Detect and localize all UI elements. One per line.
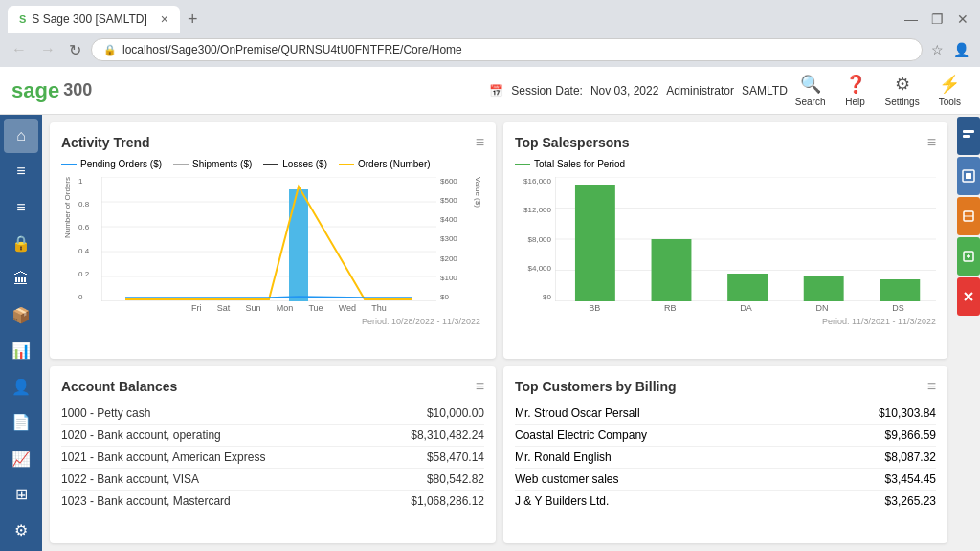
balance-amount-1000: $10,000.00 bbox=[427, 407, 484, 420]
balance-item-1000: 1000 - Petty cash $10,000.00 bbox=[61, 403, 484, 425]
left-sidebar: ⌂ ≡ ≡ 🔒 🏛 📦 📊 👤 📄 📈 ⊞ ⚙ bbox=[0, 115, 42, 551]
sidebar-item-charts[interactable]: 📈 bbox=[4, 442, 38, 476]
legend-orders-color bbox=[339, 164, 354, 165]
lock-icon: 🔒 bbox=[103, 44, 117, 56]
sidebar-item-docs[interactable]: 📄 bbox=[4, 406, 38, 440]
right-sidebar-icon-4 bbox=[962, 250, 975, 263]
active-tab[interactable]: S S Sage 300 [SAMLTD] × bbox=[8, 6, 180, 33]
right-sidebar-button-1[interactable] bbox=[957, 117, 980, 155]
legend-pending-orders-label: Pending Orders ($) bbox=[80, 159, 162, 169]
balance-amount-1022: $80,542.82 bbox=[427, 473, 484, 486]
balance-amount-1020: $8,310,482.24 bbox=[411, 429, 484, 442]
legend-total-sales: Total Sales for Period bbox=[515, 159, 625, 169]
search-nav-label: Search bbox=[795, 97, 826, 107]
sidebar-item-bank[interactable]: 🏛 bbox=[4, 262, 38, 297]
sidebar-item-orders[interactable]: ≡ bbox=[4, 155, 38, 189]
forward-button[interactable]: → bbox=[36, 39, 59, 60]
legend-losses-color bbox=[263, 164, 278, 165]
svg-rect-14 bbox=[963, 135, 970, 138]
profile-icon[interactable]: 👤 bbox=[950, 42, 972, 57]
y-left-axis-title: Number of Orders bbox=[64, 177, 72, 238]
new-tab-button[interactable]: + bbox=[180, 10, 206, 30]
minimize-button[interactable]: — bbox=[901, 11, 922, 27]
sidebar-item-lock[interactable]: 🔒 bbox=[4, 227, 38, 261]
top-salespersons-widget: Top Salespersons ≡ Total Sales for Perio… bbox=[503, 122, 947, 359]
back-button[interactable]: ← bbox=[8, 39, 31, 60]
right-sidebar-icon-1 bbox=[962, 129, 975, 143]
sidebar-item-home[interactable]: ⌂ bbox=[4, 119, 38, 153]
top-customers-title: Top Customers by Billing bbox=[515, 379, 677, 394]
right-sidebar-button-5[interactable] bbox=[957, 277, 980, 316]
balance-name-1023: 1023 - Bank account, Mastercard bbox=[61, 495, 231, 508]
legend-total-sales-label: Total Sales for Period bbox=[534, 159, 625, 169]
window-controls: — ❐ ✕ bbox=[901, 11, 972, 27]
top-customers-menu-button[interactable]: ≡ bbox=[927, 378, 936, 395]
tab-close-button[interactable]: × bbox=[161, 11, 168, 27]
right-sidebar-icon-5 bbox=[962, 290, 975, 303]
customer-item-5: J & Y Builders Ltd. $3,265.23 bbox=[515, 491, 936, 512]
url-input[interactable]: 🔒 localhost/Sage300/OnPremise/QURNSU4tU0… bbox=[91, 38, 923, 61]
session-label: Session Date: bbox=[511, 84, 583, 98]
legend-shipments-color bbox=[173, 164, 189, 165]
account-balances-title: Account Balances bbox=[61, 379, 177, 394]
browser-chrome: S S Sage 300 [SAMLTD] × + — ❐ ✕ ← → ↻ 🔒 … bbox=[0, 0, 980, 67]
account-balances-header: Account Balances ≡ bbox=[61, 378, 484, 395]
balance-amount-1023: $1,068,286.12 bbox=[411, 495, 484, 508]
sage-300-text: 300 bbox=[63, 80, 92, 100]
activity-chart-container: Number of Orders 1 0.8 0.6 0.4 0.2 0 bbox=[61, 177, 484, 301]
sidebar-item-invoices[interactable]: ≡ bbox=[4, 190, 38, 225]
legend-orders-label: Orders (Number) bbox=[358, 159, 431, 169]
maximize-button[interactable]: ❐ bbox=[927, 11, 947, 27]
main-content: Activity Trend ≡ Pending Orders ($) Ship… bbox=[42, 115, 955, 551]
sidebar-item-settings[interactable]: ⚙ bbox=[4, 514, 38, 548]
reload-button[interactable]: ↻ bbox=[65, 39, 85, 61]
sage-logo: sage 300 bbox=[11, 78, 92, 103]
help-nav-button[interactable]: ❓ Help bbox=[837, 70, 874, 111]
bar-rb bbox=[652, 239, 692, 301]
balance-item-1020: 1020 - Bank account, operating $8,310,48… bbox=[61, 425, 484, 447]
legend-pending-orders-color bbox=[61, 164, 77, 165]
top-customers-widget: Top Customers by Billing ≡ Mr. Stroud Os… bbox=[503, 366, 947, 544]
tab-bar: S S Sage 300 [SAMLTD] × + — ❐ ✕ bbox=[0, 0, 980, 33]
top-salespersons-chart-svg bbox=[555, 177, 936, 301]
right-sidebar-button-4[interactable] bbox=[957, 237, 980, 276]
search-nav-button[interactable]: 🔍 Search bbox=[788, 70, 834, 111]
account-balances-widget: Account Balances ≡ 1000 - Petty cash $10… bbox=[50, 366, 496, 544]
bookmark-icon[interactable]: ☆ bbox=[928, 42, 947, 57]
close-window-button[interactable]: ✕ bbox=[953, 11, 972, 27]
top-customers-header: Top Customers by Billing ≡ bbox=[515, 378, 936, 395]
sidebar-item-grid[interactable]: ⊞ bbox=[4, 477, 38, 512]
customer-amount-2: $9,866.59 bbox=[885, 429, 936, 442]
tab-favicon: S bbox=[19, 13, 26, 25]
tools-nav-button[interactable]: ⚡ Tools bbox=[931, 70, 969, 111]
legend-orders-number: Orders (Number) bbox=[339, 159, 431, 169]
activity-trend-menu-button[interactable]: ≡ bbox=[476, 134, 484, 151]
main-layout: ⌂ ≡ ≡ 🔒 🏛 📦 📊 👤 📄 📈 ⊞ ⚙ Activity Trend ≡ bbox=[0, 115, 980, 551]
activity-trend-chart-svg bbox=[101, 177, 436, 301]
customer-name-2: Coastal Electric Company bbox=[515, 429, 647, 442]
account-balances-menu-button[interactable]: ≡ bbox=[476, 378, 484, 395]
customer-item-4: Web customer sales $3,454.45 bbox=[515, 469, 936, 491]
customer-item-1: Mr. Stroud Oscar Persall $10,303.84 bbox=[515, 403, 936, 425]
balance-name-1022: 1022 - Bank account, VISA bbox=[61, 473, 199, 486]
sidebar-item-reports[interactable]: 📊 bbox=[4, 334, 38, 368]
top-salespersons-menu-button[interactable]: ≡ bbox=[927, 134, 936, 151]
right-sidebar-button-3[interactable] bbox=[957, 197, 980, 235]
salespersons-y-axis: $16,000 $12,000 $8,000 $4,000 $0 bbox=[515, 177, 553, 301]
balance-item-1021: 1021 - Bank account, American Express $5… bbox=[61, 447, 484, 469]
sidebar-item-users[interactable]: 👤 bbox=[4, 370, 38, 405]
balance-item-1022: 1022 - Bank account, VISA $80,542.82 bbox=[61, 469, 484, 491]
activity-trend-title: Activity Trend bbox=[61, 135, 150, 150]
nav-tools: 🔍 Search ❓ Help ⚙ Settings ⚡ Tools bbox=[788, 70, 969, 111]
bar-dn bbox=[804, 276, 844, 301]
bar-bb bbox=[575, 185, 615, 301]
app-container: sage 300 📅 Session Date: Nov 03, 2022 Ad… bbox=[0, 67, 980, 551]
browser-action-buttons: ☆ 👤 bbox=[928, 42, 972, 57]
y-right-axis: $600 $500 $400 $300 $200 $100 $0 bbox=[438, 177, 469, 301]
sidebar-item-inventory[interactable]: 📦 bbox=[4, 298, 38, 333]
sage-brand-text: sage bbox=[11, 78, 59, 103]
activity-trend-legend: Pending Orders ($) Shipments ($) Losses … bbox=[61, 159, 484, 169]
right-sidebar-button-2[interactable] bbox=[957, 157, 980, 195]
bar-da bbox=[727, 274, 768, 301]
settings-nav-button[interactable]: ⚙ Settings bbox=[878, 70, 927, 111]
